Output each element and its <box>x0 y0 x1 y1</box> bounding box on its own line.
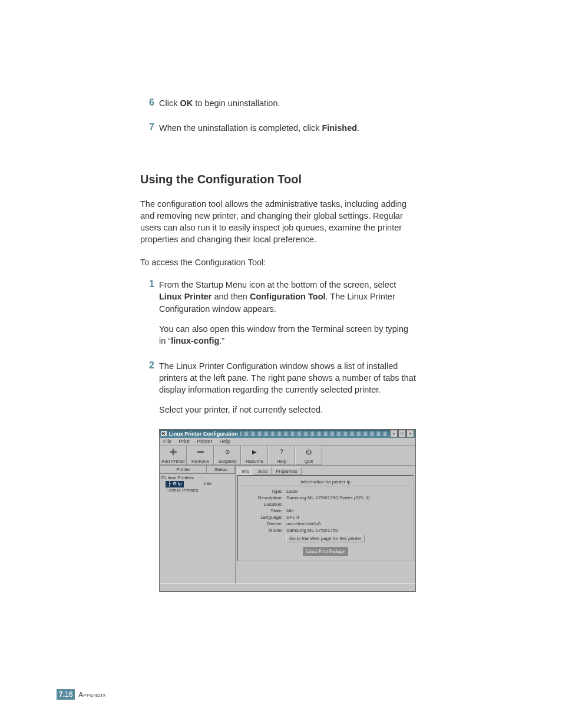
tree-other[interactable]: └ Other Printers <box>166 487 234 493</box>
intro-paragraph: The configuration tool allows the admini… <box>140 198 417 246</box>
step-text: From the Startup Menu icon at the bottom… <box>159 279 417 347</box>
menu-help[interactable]: Help <box>220 439 231 444</box>
access-paragraph: To access the Configuration Tool: <box>140 256 417 268</box>
resume-button[interactable]: ▶Resume <box>241 446 268 465</box>
info-row: Location: <box>240 501 411 508</box>
window-titlebar: K Linux Printer Configuration • □ × <box>160 430 415 438</box>
step-text: Click OK to begin uninstallation. <box>159 97 280 109</box>
tab-properties[interactable]: Properties <box>272 467 301 475</box>
window-title: Linux Printer Configuration <box>169 431 238 437</box>
step-text: When the uninstallation is completed, cl… <box>159 122 359 134</box>
remove-button-icon: ➖ <box>197 446 204 459</box>
add-printer-button[interactable]: ➕Add Printer <box>160 446 187 465</box>
step-text: The Linux Printer Configuration window s… <box>159 360 417 416</box>
info-row: Description:Samsung ML-1750/1750 Series … <box>240 495 411 501</box>
kde-icon: K <box>161 431 167 436</box>
step-number: 6 <box>140 97 159 109</box>
statusbar <box>160 584 415 591</box>
menubar: File Print Printer Help <box>160 438 415 446</box>
add-printer-button-icon: ➕ <box>170 446 177 459</box>
info-row: Model:Samsung ML-1750/1750 <box>240 527 411 533</box>
remove-button[interactable]: ➖Remove <box>187 446 214 465</box>
step-1: 1 From the Startup Menu icon at the bott… <box>140 279 417 347</box>
tab-jobs[interactable]: Jobs <box>253 467 272 475</box>
step-7: 7 When the uninstallation is completed, … <box>140 122 417 134</box>
details-pane: Info Jobs Properties Information for pri… <box>236 466 415 584</box>
printer-list-pane: Printer Status ⊟ Linux Printers ├ ⚙ lp I… <box>160 466 236 584</box>
step-number: 7 <box>140 122 159 134</box>
linux-printer-config-window: K Linux Printer Configuration • □ × File… <box>159 429 416 592</box>
resume-button-icon: ▶ <box>252 446 257 459</box>
info-row: Language:SPL II <box>240 514 411 521</box>
close-icon[interactable]: × <box>406 430 414 437</box>
col-printer[interactable]: Printer <box>160 466 207 473</box>
help-button[interactable]: ?Help <box>268 446 295 465</box>
suspend-button-icon: ⊘ <box>225 446 230 459</box>
minimize-icon[interactable]: • <box>390 430 398 437</box>
info-title: Information for printer lp <box>240 478 411 486</box>
info-row: State:Idle <box>240 508 411 514</box>
menu-printer[interactable]: Printer <box>197 439 213 444</box>
col-status[interactable]: Status <box>207 466 235 473</box>
tree-root[interactable]: ⊟ Linux Printers <box>161 475 234 481</box>
step-2: 2 The Linux Printer Configuration window… <box>140 360 417 416</box>
tree-selected-printer[interactable]: ├ ⚙ lp Idle <box>166 481 234 487</box>
section-heading: Using the Configuration Tool <box>140 173 417 186</box>
titlebar-hatch <box>240 431 387 436</box>
tab-info[interactable]: Info <box>237 467 253 475</box>
step-number: 1 <box>140 279 159 347</box>
menu-print[interactable]: Print <box>179 439 190 444</box>
footer-label: Appendix <box>78 691 105 698</box>
step-6: 6 Click OK to begin uninstallation. <box>140 97 417 109</box>
quit-button[interactable]: ⏻Quit <box>295 446 322 465</box>
step-number: 2 <box>140 360 159 416</box>
info-row: Device:usb:/dev/usb/lp0 <box>240 521 411 527</box>
quit-button-icon: ⏻ <box>306 446 312 459</box>
page-footer: 7.16 Appendix <box>57 689 106 700</box>
linux-print-package-logo: Linux Print Package <box>240 547 411 556</box>
toolbar: ➕Add Printer➖Remove⊘Suspend▶Resume?Help⏻… <box>160 446 415 466</box>
go-to-web-button[interactable]: Go to the Web page for this printer <box>286 535 365 542</box>
suspend-button[interactable]: ⊘Suspend <box>214 446 241 465</box>
maximize-icon[interactable]: □ <box>398 430 406 437</box>
info-row: Type:Local <box>240 488 411 495</box>
menu-file[interactable]: File <box>163 439 172 444</box>
help-button-icon: ? <box>280 446 283 459</box>
